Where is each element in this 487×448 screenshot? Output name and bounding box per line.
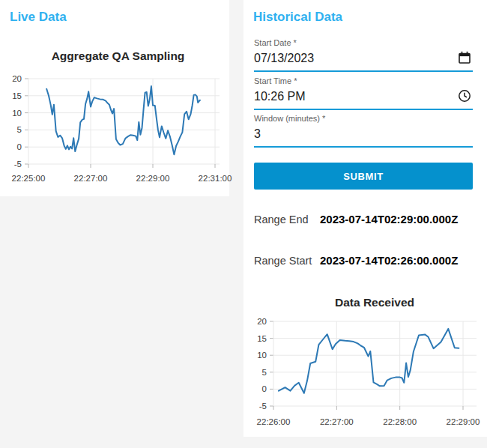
live-chart-title: Aggregate QA Sampling [19, 49, 217, 63]
start-date-field: Start Date * [254, 37, 473, 72]
svg-text:15: 15 [12, 91, 22, 100]
range-end-value: 2023-07-14T02:29:00.000Z [320, 213, 458, 225]
svg-text:22:29:00: 22:29:00 [447, 417, 480, 426]
range-start-label: Range Start [254, 255, 312, 267]
svg-text:10: 10 [12, 109, 22, 118]
range-start-value: 2023-07-14T02:26:00.000Z [320, 254, 458, 267]
range-end-label: Range End [254, 214, 309, 225]
svg-text:22:29:00: 22:29:00 [136, 174, 170, 183]
submit-button[interactable]: SUBMIT [254, 163, 473, 190]
live-data-panel: Live Data Aggregate QA Sampling 20151050… [0, 0, 229, 196]
svg-text:0: 0 [17, 142, 22, 151]
start-date-input[interactable] [254, 48, 452, 69]
received-chart-title: Data Received [273, 296, 476, 309]
clock-icon[interactable] [458, 89, 471, 103]
start-date-label: Start Date * [254, 37, 473, 48]
svg-text:5: 5 [17, 125, 22, 134]
svg-text:20: 20 [257, 317, 267, 326]
historical-data-panel: Historical Data Start Date * Start Time … [244, 0, 487, 437]
calendar-icon[interactable] [458, 51, 471, 64]
start-time-field: Start Time * [254, 76, 473, 110]
svg-text:22:31:00: 22:31:00 [199, 174, 232, 183]
range-start-row: Range Start 2023-07-14T02:26:00.000Z [254, 254, 479, 269]
svg-text:-5: -5 [14, 160, 22, 169]
data-received-chart: 20151050-522:26:0022:27:0022:28:0022:29:… [244, 313, 487, 433]
aggregate-qa-sampling-chart: 20151050-522:25:0022:27:0022:29:0022:31:… [0, 67, 229, 191]
svg-text:22:25:00: 22:25:00 [12, 174, 46, 183]
svg-text:15: 15 [257, 334, 267, 343]
svg-text:-5: -5 [259, 402, 267, 411]
range-end-row: Range End 2023-07-14T02:29:00.000Z [254, 213, 479, 228]
svg-text:0: 0 [262, 384, 267, 393]
svg-text:22:26:00: 22:26:00 [257, 417, 291, 426]
window-minutes-field: Window (minutes) * [254, 113, 473, 148]
svg-text:10: 10 [257, 351, 267, 360]
live-data-heading: Live Data [10, 10, 67, 25]
svg-text:22:28:00: 22:28:00 [383, 417, 417, 426]
historical-data-heading: Historical Data [253, 10, 342, 25]
svg-text:20: 20 [12, 74, 22, 83]
svg-text:22:27:00: 22:27:00 [74, 174, 108, 183]
svg-text:22:27:00: 22:27:00 [320, 417, 354, 426]
svg-text:5: 5 [262, 368, 267, 377]
window-minutes-label: Window (minutes) * [254, 113, 473, 124]
start-time-input[interactable] [254, 86, 452, 107]
window-minutes-input[interactable] [254, 124, 473, 145]
start-time-label: Start Time * [254, 76, 473, 86]
